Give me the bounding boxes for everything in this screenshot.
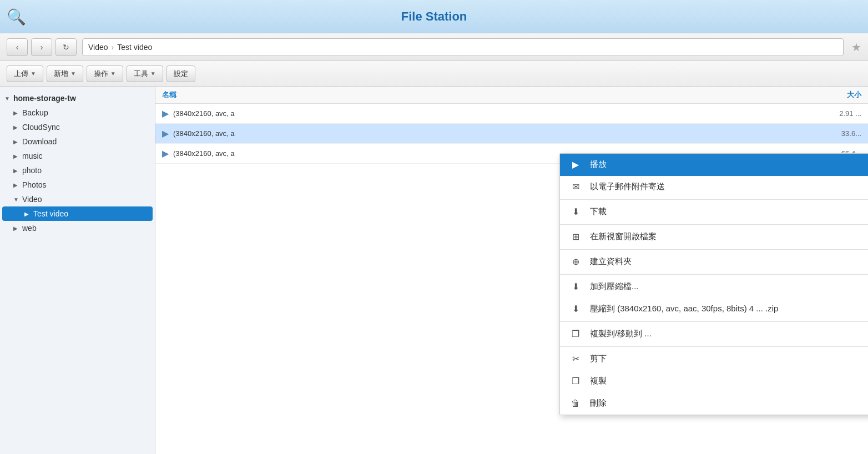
table-row[interactable]: ▶ (3840x2160, avc, a 33.6... — [155, 124, 868, 144]
tools-button[interactable]: 工具 ▼ — [127, 65, 163, 82]
file-size: 2.91 ... — [817, 109, 861, 118]
create-folder-icon: ⊕ — [569, 256, 582, 267]
ctx-create-folder[interactable]: ⊕ 建立資料夾 — [560, 251, 868, 273]
sidebar-item-testvideo[interactable]: ▶ Test video — [2, 206, 153, 221]
photos-arrow: ▶ — [13, 182, 22, 188]
download-label: 下載 — [590, 206, 868, 217]
sidebar-item-download[interactable]: ▶ Download — [0, 134, 155, 149]
tools-label: 工具 — [134, 69, 148, 79]
upload-button[interactable]: 上傳 ▼ — [7, 65, 43, 82]
file-area: 名稱 大小 ▶ (3840x2160, avc, a 2.91 ... ▶ (3… — [155, 87, 868, 454]
back-button[interactable]: ‹ — [7, 38, 28, 56]
sidebar: ▼ home-storage-tw ▶ Backup ▶ CloudSync ▶… — [0, 87, 155, 454]
sidebar-root[interactable]: ▼ home-storage-tw — [0, 91, 155, 105]
add-archive-icon: ⬇ — [569, 281, 582, 292]
email-icon: ✉ — [569, 181, 582, 192]
new-button[interactable]: 新增 ▼ — [47, 65, 83, 82]
video-label: Video — [22, 195, 150, 204]
forward-button[interactable]: › — [31, 38, 52, 56]
copy-move-label: 複製到/移動到 ... — [590, 329, 868, 339]
create-folder-label: 建立資料夾 — [590, 256, 868, 267]
breadcrumb: Video › Test video — [82, 38, 844, 56]
file-name: (3840x2160, avc, a — [173, 109, 817, 118]
ctx-separator-3 — [560, 249, 868, 250]
delete-icon: 🗑 — [569, 398, 582, 408]
sidebar-item-web[interactable]: ▶ web — [0, 221, 155, 235]
root-label: home-storage-tw — [13, 94, 150, 103]
video-arrow: ▼ — [13, 196, 22, 203]
breadcrumb-testvideo[interactable]: Test video — [117, 43, 152, 52]
new-arrow: ▼ — [70, 70, 76, 77]
app-title: File Station — [401, 9, 467, 24]
delete-label: 刪除 — [590, 398, 868, 408]
web-arrow: ▶ — [13, 225, 22, 231]
app-icon: 🔍 — [7, 7, 26, 26]
toolbar: 上傳 ▼ 新增 ▼ 操作 ▼ 工具 ▼ 設定 — [0, 61, 868, 87]
star-button[interactable]: ★ — [851, 41, 861, 54]
ctx-add-archive[interactable]: ⬇ 加到壓縮檔... — [560, 276, 868, 298]
sidebar-item-photo[interactable]: ▶ photo — [0, 163, 155, 178]
ctx-copy-move[interactable]: ❐ 複製到/移動到 ... ▶ — [560, 323, 868, 345]
sidebar-item-video[interactable]: ▼ Video — [0, 192, 155, 206]
ctx-download[interactable]: ⬇ 下載 — [560, 201, 868, 223]
photo-label: photo — [22, 166, 150, 175]
sidebar-item-photos[interactable]: ▶ Photos — [0, 178, 155, 192]
file-icon: ▶ — [162, 128, 169, 139]
tools-arrow: ▼ — [150, 70, 156, 77]
file-list-header: 名稱 大小 — [155, 87, 868, 104]
add-archive-label: 加到壓縮檔... — [590, 281, 868, 292]
web-label: web — [22, 224, 150, 233]
ctx-open-new[interactable]: ⊞ 在新視窗開啟檔案 — [560, 226, 868, 248]
compress-zip-label: 壓縮到 (3840x2160, avc, aac, 30fps, 8bits) … — [590, 304, 868, 314]
ctx-cut[interactable]: ✂ 剪下 — [560, 348, 868, 370]
ctx-copy[interactable]: ❐ 複製 — [560, 370, 868, 392]
title-bar: 🔍 File Station — [0, 0, 868, 33]
cut-label: 剪下 — [590, 354, 868, 364]
open-new-label: 在新視窗開啟檔案 — [590, 231, 868, 242]
settings-button[interactable]: 設定 — [166, 65, 195, 82]
testvideo-label: Test video — [33, 209, 148, 218]
settings-label: 設定 — [174, 69, 188, 79]
ctx-delete[interactable]: 🗑 刪除 — [560, 392, 868, 415]
download-arrow: ▶ — [13, 139, 22, 145]
ctx-separator-5 — [560, 321, 868, 322]
action-label: 操作 — [94, 69, 108, 79]
open-new-icon: ⊞ — [569, 231, 582, 242]
ctx-separator-4 — [560, 274, 868, 275]
main-layout: ▼ home-storage-tw ▶ Backup ▶ CloudSync ▶… — [0, 87, 868, 454]
ctx-compress-zip[interactable]: ⬇ 壓縮到 (3840x2160, avc, aac, 30fps, 8bits… — [560, 298, 868, 320]
breadcrumb-separator: › — [112, 43, 114, 52]
photos-label: Photos — [22, 180, 150, 189]
play-icon: ▶ — [569, 159, 582, 170]
file-icon: ▶ — [162, 148, 169, 159]
breadcrumb-video[interactable]: Video — [88, 43, 108, 52]
col-name-header: 名稱 — [162, 90, 817, 100]
sidebar-item-backup[interactable]: ▶ Backup — [0, 105, 155, 120]
table-row[interactable]: ▶ (3840x2160, avc, a 2.91 ... — [155, 104, 868, 124]
action-button[interactable]: 操作 ▼ — [87, 65, 123, 82]
col-size-header: 大小 — [817, 90, 861, 100]
ctx-separator-1 — [560, 199, 868, 200]
nav-bar: ‹ › ↻ Video › Test video ★ — [0, 33, 868, 61]
root-arrow: ▼ — [4, 95, 13, 102]
upload-arrow: ▼ — [31, 70, 36, 77]
cloudsync-label: CloudSync — [22, 123, 150, 132]
file-name: (3840x2160, avc, a — [173, 129, 817, 138]
sidebar-item-cloudsync[interactable]: ▶ CloudSync — [0, 120, 155, 134]
testvideo-arrow: ▶ — [24, 211, 33, 217]
music-label: music — [22, 152, 150, 160]
photo-arrow: ▶ — [13, 168, 22, 174]
sidebar-item-music[interactable]: ▶ music — [0, 149, 155, 163]
ctx-email[interactable]: ✉ 以電子郵件附件寄送 — [560, 176, 868, 198]
copy-move-icon: ❐ — [569, 329, 582, 339]
copy-label: 複製 — [590, 376, 868, 386]
ctx-separator-2 — [560, 224, 868, 225]
action-arrow: ▼ — [110, 70, 116, 77]
music-arrow: ▶ — [13, 153, 22, 159]
ctx-play[interactable]: ▶ 播放 — [560, 154, 868, 176]
upload-label: 上傳 — [14, 69, 28, 79]
play-label: 播放 — [590, 159, 868, 170]
refresh-button[interactable]: ↻ — [55, 38, 77, 56]
download-icon: ⬇ — [569, 206, 582, 217]
cut-icon: ✂ — [569, 354, 582, 364]
